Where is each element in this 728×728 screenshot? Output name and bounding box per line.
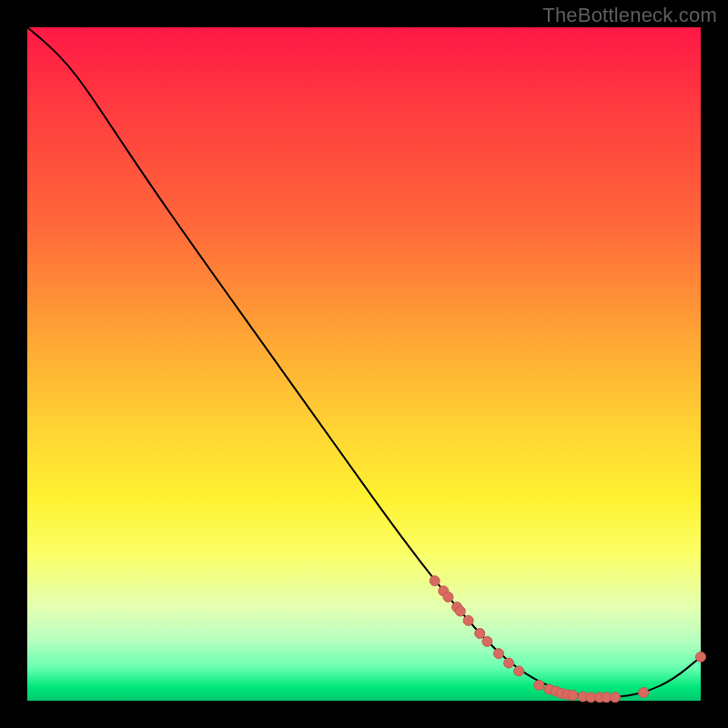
sample-dot: [534, 680, 544, 690]
sample-dot: [443, 592, 453, 602]
sample-dot: [482, 636, 492, 646]
plot-area: [27, 27, 701, 701]
curve-layer: [27, 27, 701, 701]
sample-dot: [514, 666, 524, 676]
sample-dot: [568, 691, 578, 701]
bottleneck-curve: [27, 27, 701, 697]
sample-dot: [639, 688, 649, 698]
sample-dot: [696, 652, 706, 662]
sample-dot: [475, 629, 485, 639]
sample-dot: [455, 606, 465, 616]
chart-frame: TheBottleneck.com: [0, 0, 728, 728]
sample-dot: [504, 658, 514, 668]
sample-dot: [494, 649, 504, 659]
sample-dot: [430, 576, 440, 586]
sample-dot: [611, 693, 621, 703]
watermark-text: TheBottleneck.com: [542, 4, 717, 27]
sample-dot: [463, 615, 473, 625]
